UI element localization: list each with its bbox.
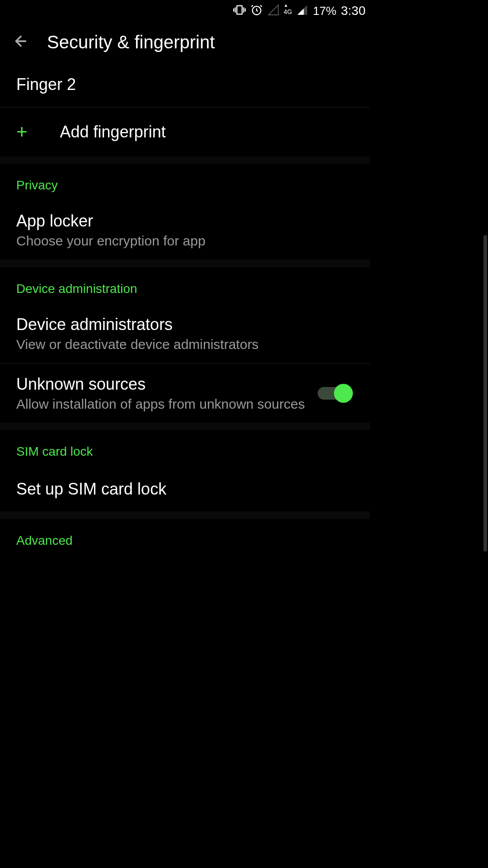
section-header-device-admin: Device administration bbox=[0, 267, 370, 304]
fingerprint-label: Finger 2 bbox=[16, 75, 354, 94]
alarm-icon bbox=[250, 4, 263, 18]
battery-percentage: 17% bbox=[313, 4, 336, 18]
app-locker-item[interactable]: App locker Choose your encryption for ap… bbox=[0, 201, 370, 260]
device-administrators-title: Device administrators bbox=[16, 315, 354, 334]
signal-empty-icon bbox=[267, 4, 279, 18]
fingerprint-item-finger2[interactable]: Finger 2 bbox=[0, 62, 370, 107]
section-header-advanced: Advanced bbox=[0, 519, 370, 556]
section-gap bbox=[0, 260, 370, 267]
unknown-sources-toggle[interactable] bbox=[318, 387, 350, 400]
unknown-sources-subtitle: Allow installation of apps from unknown … bbox=[16, 396, 318, 412]
status-icons: ▲4G 17% 3:30 bbox=[233, 4, 366, 18]
app-bar: Security & fingerprint bbox=[0, 22, 370, 62]
device-administrators-item[interactable]: Device administrators View or deactivate… bbox=[0, 304, 370, 363]
section-header-sim-lock: SIM card lock bbox=[0, 430, 370, 467]
clock-time: 3:30 bbox=[341, 4, 366, 18]
toggle-knob bbox=[334, 384, 353, 403]
signal-icon bbox=[296, 4, 308, 18]
plus-icon: + bbox=[16, 121, 28, 143]
app-locker-subtitle: Choose your encryption for app bbox=[16, 233, 354, 249]
section-gap bbox=[0, 156, 370, 164]
page-title: Security & fingerprint bbox=[47, 32, 215, 52]
add-fingerprint-label: Add fingerprint bbox=[60, 123, 166, 142]
section-header-privacy: Privacy bbox=[0, 164, 370, 201]
section-gap bbox=[0, 423, 370, 430]
app-locker-title: App locker bbox=[16, 212, 354, 231]
unknown-sources-item[interactable]: Unknown sources Allow installation of ap… bbox=[0, 364, 370, 423]
back-arrow-icon[interactable] bbox=[13, 33, 29, 51]
add-fingerprint-button[interactable]: + Add fingerprint bbox=[0, 108, 370, 156]
vibrate-icon bbox=[233, 4, 246, 18]
sim-card-lock-item[interactable]: Set up SIM card lock bbox=[0, 467, 370, 512]
unknown-sources-title: Unknown sources bbox=[16, 375, 318, 394]
status-bar: ▲4G 17% 3:30 bbox=[0, 0, 370, 22]
network-type-label: ▲4G bbox=[284, 1, 292, 15]
device-administrators-subtitle: View or deactivate device administrators bbox=[16, 337, 354, 352]
sim-card-lock-title: Set up SIM card lock bbox=[16, 480, 354, 499]
section-gap bbox=[0, 512, 370, 519]
